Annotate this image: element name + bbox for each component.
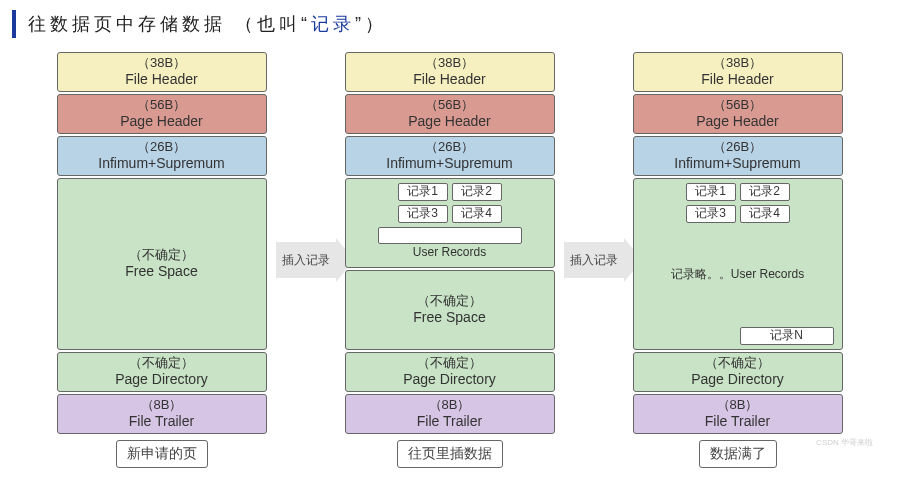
record-cell: 记录4 [740, 205, 790, 223]
file-trailer-block: （8B） File Trailer [345, 394, 555, 434]
page-header-label: Page Header [636, 113, 840, 129]
title-bar: 往数据页中存储数据 （也叫“记录”） [0, 0, 899, 44]
infimum-label: Infimum+Supremum [636, 155, 840, 171]
page-header-label: Page Header [348, 113, 552, 129]
caption-2: 往页里插数据 [397, 440, 503, 468]
record-cell: 记录3 [398, 205, 448, 223]
record-cell: 记录1 [686, 183, 736, 201]
file-header-size: （38B） [348, 56, 552, 71]
file-header-label: File Header [60, 71, 264, 87]
page-stack-1: （38B） File Header （56B） Page Header （26B… [57, 52, 267, 468]
record-cell: 记录3 [686, 205, 736, 223]
record-row: 记录3 记录4 [636, 205, 840, 223]
free-space-label: Free Space [348, 309, 552, 325]
page-dir-label: Page Directory [60, 371, 264, 387]
page-directory-block: （不确定） Page Directory [345, 352, 555, 392]
page-dir-size: （不确定） [636, 356, 840, 371]
file-trailer-size: （8B） [60, 398, 264, 413]
page-stack-2: （38B） File Header （56B） Page Header （26B… [345, 52, 555, 468]
arrow-2-wrap: 插入记录 [563, 242, 625, 278]
page-directory-block: （不确定） Page Directory [57, 352, 267, 392]
record-blank: . [378, 227, 522, 245]
file-trailer-size: （8B） [348, 398, 552, 413]
record-cell: 记录2 [452, 183, 502, 201]
insert-arrow-2: 插入记录 [564, 242, 624, 278]
free-space-size: （不确定） [348, 294, 552, 309]
file-header-size: （38B） [636, 56, 840, 71]
record-row: 记录3 记录4 [348, 205, 552, 223]
free-space-label: Free Space [60, 263, 264, 279]
user-records-block: 记录1 记录2 记录3 记录4 . User Records [345, 178, 555, 268]
page-header-block: （56B） Page Header [57, 94, 267, 134]
record-cell: 记录2 [740, 183, 790, 201]
file-trailer-label: File Trailer [348, 413, 552, 429]
infimum-size: （26B） [348, 140, 552, 155]
file-header-size: （38B） [60, 56, 264, 71]
title-post: ”） [355, 14, 387, 34]
file-header-label: File Header [348, 71, 552, 87]
watermark: CSDN 华哥来啦 [816, 437, 873, 448]
file-trailer-label: File Trailer [60, 413, 264, 429]
page-stack-3: （38B） File Header （56B） Page Header （26B… [633, 52, 843, 468]
record-row: 记录1 记录2 [636, 183, 840, 201]
infimum-label: Infimum+Supremum [348, 155, 552, 171]
page-header-label: Page Header [60, 113, 264, 129]
title-highlight: 记录 [311, 14, 355, 34]
file-header-block: （38B） File Header [57, 52, 267, 92]
caption-3: 数据满了 [699, 440, 777, 468]
file-trailer-size: （8B） [636, 398, 840, 413]
record-row: 记录N [636, 327, 834, 345]
record-row: 记录1 记录2 [348, 183, 552, 201]
page-header-block: （56B） Page Header [345, 94, 555, 134]
infimum-block: （26B） Infimum+Supremum [345, 136, 555, 176]
page-title: 往数据页中存储数据 （也叫“记录”） [28, 12, 387, 36]
page-header-size: （56B） [60, 98, 264, 113]
page-dir-size: （不确定） [60, 356, 264, 371]
user-records-full-block: 记录1 记录2 记录3 记录4 记录略。。User Records 记录N [633, 178, 843, 350]
file-header-block: （38B） File Header [633, 52, 843, 92]
infimum-size: （26B） [60, 140, 264, 155]
free-space-block: （不确定） Free Space [57, 178, 267, 350]
record-cell: 记录1 [398, 183, 448, 201]
page-header-size: （56B） [636, 98, 840, 113]
infimum-size: （26B） [636, 140, 840, 155]
page-header-size: （56B） [348, 98, 552, 113]
file-header-block: （38B） File Header [345, 52, 555, 92]
record-row: . [348, 227, 552, 245]
file-header-label: File Header [636, 71, 840, 87]
page-dir-size: （不确定） [348, 356, 552, 371]
page-header-block: （56B） Page Header [633, 94, 843, 134]
free-space-size: （不确定） [60, 248, 264, 263]
file-trailer-block: （8B） File Trailer [633, 394, 843, 434]
arrow-1-label: 插入记录 [282, 252, 330, 269]
diagram-canvas: （38B） File Header （56B） Page Header （26B… [0, 44, 899, 472]
arrow-2-label: 插入记录 [570, 252, 618, 269]
page-dir-label: Page Directory [636, 371, 840, 387]
user-records-label: User Records [348, 246, 552, 260]
arrow-1-wrap: 插入记录 [275, 242, 337, 278]
insert-arrow-1: 插入记录 [276, 242, 336, 278]
page-directory-block: （不确定） Page Directory [633, 352, 843, 392]
free-space-block: （不确定） Free Space [345, 270, 555, 350]
file-trailer-block: （8B） File Trailer [57, 394, 267, 434]
infimum-block: （26B） Infimum+Supremum [633, 136, 843, 176]
records-omitted-label: 记录略。。User Records [653, 260, 822, 290]
infimum-block: （26B） Infimum+Supremum [57, 136, 267, 176]
record-cell-n: 记录N [740, 327, 834, 345]
caption-1: 新申请的页 [116, 440, 208, 468]
title-pre: 往数据页中存储数据 （也叫“ [28, 14, 311, 34]
page-dir-label: Page Directory [348, 371, 552, 387]
infimum-label: Infimum+Supremum [60, 155, 264, 171]
record-cell: 记录4 [452, 205, 502, 223]
file-trailer-label: File Trailer [636, 413, 840, 429]
accent-bar [12, 10, 16, 38]
